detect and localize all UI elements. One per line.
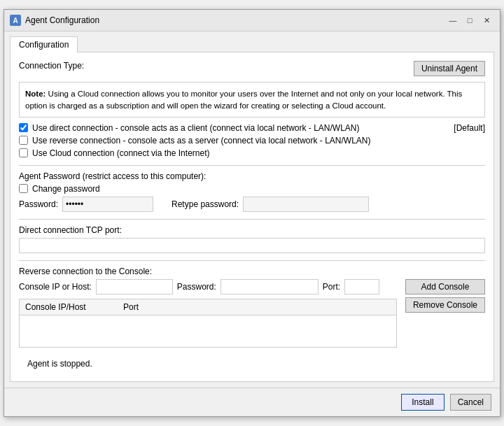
window-title: Agent Configuration xyxy=(25,15,99,25)
reverse-connection-input-row: Console IP or Host: Password: Port: 444 … xyxy=(19,279,485,348)
remove-console-button[interactable]: Remove Console xyxy=(405,297,485,313)
tcp-port-label: Direct connection TCP port: xyxy=(19,225,485,235)
tcp-port-input[interactable]: 4495 xyxy=(19,238,485,253)
console-ip-input[interactable] xyxy=(96,279,173,294)
note-text: Using a Cloud connection allows you to m… xyxy=(25,90,462,109)
content-area: Connection Type: Uninstall Agent Note: U… xyxy=(10,52,494,381)
minimize-button[interactable]: — xyxy=(445,14,461,27)
cloud-connection-checkbox[interactable] xyxy=(19,148,28,157)
maximize-button[interactable]: □ xyxy=(462,14,477,27)
footer-bar: Install Cancel xyxy=(4,388,500,416)
install-button[interactable]: Install xyxy=(401,394,444,411)
change-password-checkbox[interactable] xyxy=(19,184,28,193)
console-port-label: Port: xyxy=(323,282,340,292)
main-window: A Agent Configuration — □ ✕ Configuratio… xyxy=(4,9,500,416)
table-col-ip: Console IP/Host xyxy=(22,301,120,313)
password-field-label: Password: xyxy=(19,199,58,209)
tcp-port-section: Direct connection TCP port: 4495 xyxy=(19,219,485,253)
direct-connection-checkbox[interactable] xyxy=(19,123,28,132)
status-text: Agent is stopped. xyxy=(27,359,92,369)
change-password-label: Change password xyxy=(32,184,100,194)
reverse-console-buttons: Add Console Remove Console xyxy=(405,279,485,313)
app-icon: A xyxy=(10,15,21,26)
connection-option-1-row: Use direct connection - console acts as … xyxy=(19,123,485,133)
tab-bar: Configuration xyxy=(4,31,500,52)
agent-password-section: Agent Password (restrict access to this … xyxy=(19,165,485,212)
cancel-button[interactable]: Cancel xyxy=(450,394,491,411)
tab-configuration[interactable]: Configuration xyxy=(10,36,78,52)
note-title: Note: xyxy=(25,90,46,98)
console-ip-label: Console IP or Host: xyxy=(19,282,92,292)
close-button[interactable]: ✕ xyxy=(479,14,494,27)
connection-option-2-row: Use reverse connection - console acts as… xyxy=(19,136,485,145)
connection-type-header-row: Connection Type: Uninstall Agent xyxy=(19,61,485,76)
reverse-fields-area: Console IP or Host: Password: Port: 444 … xyxy=(19,279,397,348)
console-port-input[interactable]: 444 xyxy=(344,279,379,294)
title-bar-left: A Agent Configuration xyxy=(10,15,99,26)
connection-type-label: Connection Type: xyxy=(19,61,84,71)
table-col-port: Port xyxy=(120,301,141,313)
change-password-row: Change password xyxy=(19,184,485,194)
reverse-connection-checkbox[interactable] xyxy=(19,136,28,145)
reverse-connection-label: Use reverse connection - console acts as… xyxy=(32,136,371,145)
password-input[interactable] xyxy=(62,197,153,212)
title-controls: — □ ✕ xyxy=(445,14,494,27)
default-badge: [Default] xyxy=(454,123,485,133)
password-row: Password: Retype password: xyxy=(19,197,485,212)
direct-connection-label: Use direct connection - console acts as … xyxy=(32,123,360,133)
console-password-label: Password: xyxy=(177,282,216,292)
console-ip-row: Console IP or Host: Password: Port: 444 xyxy=(19,279,397,294)
connection-option-3-row: Use Cloud connection (connect via the In… xyxy=(19,148,485,158)
reverse-connection-label: Reverse connection to the Console: xyxy=(19,267,485,276)
add-console-button[interactable]: Add Console xyxy=(405,279,485,294)
retype-password-label: Retype password: xyxy=(172,199,239,209)
status-bar: Agent is stopped. xyxy=(19,355,485,373)
console-table: Console IP/Host Port xyxy=(19,299,397,348)
retype-password-input[interactable] xyxy=(243,197,369,212)
agent-password-label: Agent Password (restrict access to this … xyxy=(19,171,485,181)
note-box: Note: Using a Cloud connection allows yo… xyxy=(19,82,485,117)
uninstall-agent-button[interactable]: Uninstall Agent xyxy=(414,61,485,76)
console-table-body xyxy=(20,315,396,350)
title-bar: A Agent Configuration — □ ✕ xyxy=(4,10,500,31)
console-table-header: Console IP/Host Port xyxy=(20,299,396,315)
cloud-connection-label: Use Cloud connection (connect via the In… xyxy=(32,148,209,158)
reverse-connection-section: Reverse connection to the Console: Conso… xyxy=(19,260,485,348)
console-password-input[interactable] xyxy=(220,279,318,294)
